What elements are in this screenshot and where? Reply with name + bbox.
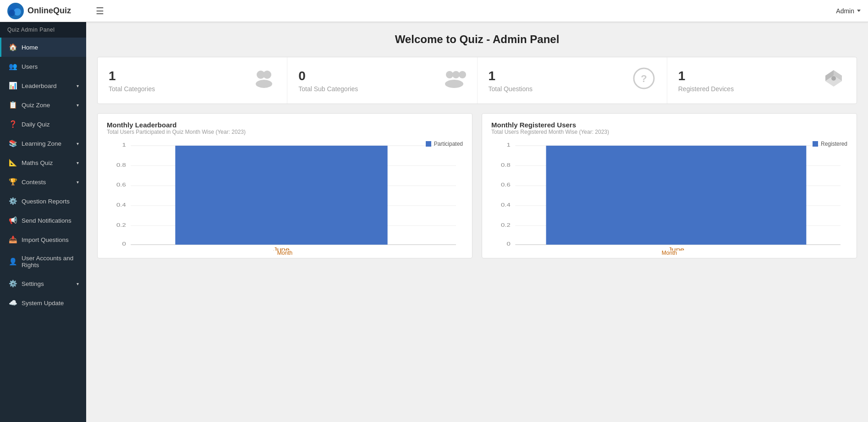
svg-text:1: 1 <box>507 142 511 148</box>
stat-label-subcategories: Total Sub Categories <box>298 85 358 93</box>
learning-zone-chevron-icon: ▾ <box>77 141 79 146</box>
svg-text:0.6: 0.6 <box>501 182 511 188</box>
sidebar-item-settings[interactable]: ⚙️ Settings ▾ <box>0 274 86 293</box>
sidebar-label-contests: Contests <box>22 179 46 186</box>
settings-chevron-icon: ▾ <box>77 281 79 286</box>
contests-chevron-icon: ▾ <box>77 180 79 185</box>
sidebar-label-import-questions: Import Questions <box>22 236 69 243</box>
chart-legend-leaderboard: Participated <box>426 141 463 147</box>
main-content: Welcome to Quiz - Admin Panel 1 Total Ca… <box>86 22 868 422</box>
stat-info-subcategories: 0 Total Sub Categories <box>298 69 358 93</box>
sidebar-item-daily-quiz[interactable]: ❓ Daily Quiz <box>0 115 86 134</box>
svg-point-4 <box>263 71 271 79</box>
sidebar-item-import-questions[interactable]: 📥 Import Questions <box>0 230 86 249</box>
sidebar-label-settings: Settings <box>22 280 44 287</box>
maths-quiz-icon: 📐 <box>9 159 17 167</box>
questions-icon: ? <box>632 66 656 94</box>
daily-quiz-icon: ❓ <box>9 120 17 128</box>
svg-text:1: 1 <box>122 142 126 148</box>
sidebar-item-leaderboard[interactable]: 📊 Leaderboard ▾ <box>0 76 86 95</box>
sidebar-item-learning-zone[interactable]: 📚 Learning Zone ▾ <box>0 134 86 153</box>
sidebar-label-learning-zone: Learning Zone <box>22 140 61 147</box>
chart-area-registered: Registered 1 0.8 0.6 0.4 0.2 0 <box>491 141 847 251</box>
svg-point-6 <box>446 71 453 78</box>
admin-dropdown[interactable]: Admin <box>836 7 861 15</box>
sidebar-label-question-reports: Question Reports <box>22 198 70 205</box>
leaderboard-chevron-icon: ▾ <box>77 83 79 88</box>
legend-dot-registered <box>813 141 818 147</box>
chart-title-registered: Monthly Registered Users <box>491 121 847 129</box>
svg-rect-39 <box>546 146 807 245</box>
top-navbar: OnlineQuiz ☰ Admin <box>0 0 868 22</box>
chart-legend-registered: Registered <box>813 141 847 147</box>
sidebar-item-maths-quiz[interactable]: 📐 Maths Quiz ▾ <box>0 153 86 172</box>
system-update-icon: ☁️ <box>9 299 17 307</box>
settings-icon: ⚙️ <box>9 280 17 288</box>
stats-row: 1 Total Categories 0 Total Sub Categorie… <box>97 57 857 104</box>
sidebar-label-users: Users <box>22 63 38 70</box>
x-axis-label-registered: Month <box>491 250 847 256</box>
chart-subtitle-registered: Total Users Registered Month Wise (Year:… <box>491 129 847 135</box>
registered-chart-svg: 1 0.8 0.6 0.4 0.2 0 June <box>491 141 847 251</box>
legend-dot-participated <box>426 141 431 147</box>
stat-card-subcategories: 0 Total Sub Categories <box>287 57 477 104</box>
sidebar-label-system-update: System Update <box>22 300 64 307</box>
stat-info-categories: 1 Total Categories <box>109 69 155 93</box>
sidebar-item-contests[interactable]: 🏆 Contests ▾ <box>0 172 86 192</box>
sidebar-label-send-notifications: Send Notifications <box>22 217 71 224</box>
svg-text:0.4: 0.4 <box>501 202 511 208</box>
sidebar-label-home: Home <box>22 44 38 51</box>
svg-text:?: ? <box>641 73 647 84</box>
stat-number-devices: 1 <box>678 69 734 83</box>
chart-subtitle-leaderboard: Total Users Participated in Quiz Month W… <box>107 129 463 135</box>
sidebar-item-home[interactable]: 🏠 Home <box>0 38 86 57</box>
svg-text:0.8: 0.8 <box>116 162 126 168</box>
leaderboard-chart-svg: 1 0.8 0.6 0.4 0.2 0 June <box>107 141 463 251</box>
leaderboard-icon: 📊 <box>9 82 17 90</box>
legend-label-registered: Registered <box>821 141 847 147</box>
stat-card-devices: 1 Registered Devices <box>667 57 857 104</box>
sidebar-item-quiz-zone[interactable]: 📋 Quiz Zone ▾ <box>0 95 86 115</box>
legend-label-participated: Participated <box>434 141 463 147</box>
sidebar-label-user-accounts: User Accounts and Rights <box>22 255 79 269</box>
sidebar-item-system-update[interactable]: ☁️ System Update <box>0 293 86 312</box>
admin-label: Admin <box>836 7 854 15</box>
learning-zone-icon: 📚 <box>9 139 17 148</box>
sidebar-item-send-notifications[interactable]: 📢 Send Notifications <box>0 211 86 230</box>
stat-number-questions: 1 <box>489 69 533 83</box>
stat-number-categories: 1 <box>109 69 155 83</box>
sidebar-header: Quiz Admin Panel <box>0 22 86 38</box>
brand: OnlineQuiz <box>7 3 92 19</box>
stat-card-categories: 1 Total Categories <box>98 57 287 104</box>
quiz-zone-icon: 📋 <box>9 101 17 109</box>
svg-text:0: 0 <box>507 241 511 247</box>
sidebar-item-user-accounts[interactable]: 👤 User Accounts and Rights <box>0 249 86 274</box>
hamburger-menu[interactable]: ☰ <box>92 4 108 18</box>
chart-title-leaderboard: Monthly Leaderboard <box>107 121 463 129</box>
sidebar-label-leaderboard: Leaderboard <box>22 82 57 89</box>
stat-info-questions: 1 Total Questions <box>489 69 533 93</box>
sidebar-item-users[interactable]: 👥 Users <box>0 57 86 76</box>
devices-icon <box>822 66 846 94</box>
sidebar-label-maths-quiz: Maths Quiz <box>22 159 53 166</box>
admin-chevron-icon <box>857 10 861 12</box>
categories-icon <box>252 66 276 94</box>
svg-point-12 <box>831 76 836 81</box>
svg-text:0: 0 <box>122 241 126 247</box>
maths-quiz-chevron-icon: ▾ <box>77 160 79 165</box>
user-accounts-icon: 👤 <box>9 258 17 266</box>
brand-name: OnlineQuiz <box>27 6 71 16</box>
users-icon: 👥 <box>9 62 17 71</box>
sidebar-item-question-reports[interactable]: ⚙️ Question Reports <box>0 192 86 211</box>
sidebar: Quiz Admin Panel 🏠 Home 👥 Users 📊 Leader… <box>0 22 86 422</box>
svg-text:0.2: 0.2 <box>116 222 126 228</box>
subcategories-icon <box>442 66 466 94</box>
svg-text:0.2: 0.2 <box>501 222 511 228</box>
quiz-zone-chevron-icon: ▾ <box>77 103 79 108</box>
svg-point-7 <box>452 71 460 78</box>
chart-area-leaderboard: Participated 1 0.8 0.6 0.4 0.2 0 <box>107 141 463 251</box>
contests-icon: 🏆 <box>9 178 17 186</box>
svg-rect-25 <box>175 146 387 245</box>
home-icon: 🏠 <box>9 43 17 51</box>
stat-number-subcategories: 0 <box>298 69 358 83</box>
